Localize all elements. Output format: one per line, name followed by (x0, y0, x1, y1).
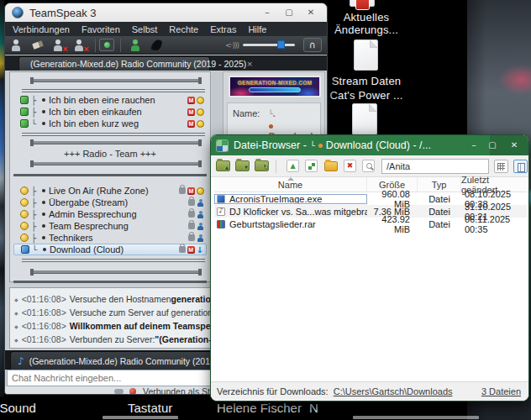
file-name-cell[interactable]: AcronisTrueImage.exe (214, 194, 367, 204)
close-button[interactable] (300, 5, 322, 20)
icon-view-button[interactable] (494, 160, 508, 173)
lock-badge-icon (188, 223, 195, 229)
channel-tree[interactable]: Ich bin eben eine rauchen Ich bin eben e… (9, 71, 211, 282)
clipped-desktop-label (353, 416, 479, 419)
server-banner-image[interactable]: GENERATION-MIXED.COM (229, 76, 321, 97)
lock-badge-icon (188, 234, 195, 241)
desktop-icon-label[interactable]: N (309, 401, 318, 415)
column-header-modified[interactable]: Zuletzt geändert (461, 177, 527, 192)
desktop-icon-label[interactable]: xSound (0, 401, 36, 415)
tree-branch-icon (31, 234, 40, 243)
minimize-button[interactable] (256, 5, 278, 20)
volume-slider-handle[interactable] (277, 40, 285, 49)
whisper-icon[interactable] (150, 39, 166, 52)
desktop-icon-label[interactable]: Tastatur (128, 401, 172, 415)
file-name-cell[interactable]: Geburtstagslieder.rar (214, 219, 367, 229)
desktop-icon-document[interactable] (352, 103, 377, 135)
channel-row[interactable]: Live On Air (Ruhe Zone) (13, 185, 207, 197)
log-timestamp: <01:16:08> (22, 321, 66, 331)
file-name-cell[interactable]: DJ Kloficker vs. Sa...was mitgebracht.mp… (214, 207, 367, 217)
menu-favoriten[interactable]: Favoriten (81, 24, 120, 34)
desktop-icon-document[interactable] (354, 39, 378, 71)
teamspeak-logo-icon (12, 7, 24, 18)
go-up-button[interactable] (287, 160, 299, 172)
desktop-icon-pdf[interactable] (350, 0, 375, 7)
channel-row-selected[interactable]: Download (Cloud) (13, 244, 207, 255)
desktop-icon-label[interactable]: Änderungs... (320, 24, 413, 36)
search-button[interactable] (362, 160, 375, 172)
desktop-icon-label[interactable]: Stream Daten (320, 75, 413, 87)
menu-rechte[interactable]: Rechte (169, 24, 198, 34)
lock-badge-icon (179, 246, 186, 253)
contacts-icon[interactable] (129, 39, 145, 52)
channel-row[interactable]: Admin Bessprechung (13, 208, 207, 220)
download-file-button[interactable]: ▼ (235, 160, 250, 171)
channel-row[interactable]: Übergabe (Stream) (13, 197, 207, 208)
channel-row[interactable]: Ich bin eben einkaufen (13, 106, 207, 118)
file-browser-titlebar[interactable]: Datei-Browser - Download (Cloud) - /... (211, 135, 528, 155)
file-type-cell: Datei (418, 194, 461, 204)
column-header-name[interactable]: Name (214, 177, 367, 192)
eraser-icon[interactable] (30, 39, 47, 52)
desktop-icon-label[interactable]: Helene Fischer (217, 401, 302, 415)
channel-row[interactable]: Technikers (13, 232, 207, 244)
menu-extras[interactable]: Extras (210, 24, 236, 34)
tree-branch-icon (31, 186, 40, 196)
download-dir-link[interactable]: C:\Users\Gartsch\Downloads (334, 386, 453, 396)
column-header-type[interactable]: Typ (418, 177, 461, 192)
toolbar: × × <·))) (5, 36, 327, 55)
desktop: Aktuelles Änderungs... Stream Daten Cat'… (0, 0, 531, 420)
server-tab-label: (Generation-Mixed.de) Radio Community (2… (30, 59, 246, 69)
refresh-folder-button[interactable]: ↻ (255, 160, 269, 171)
tree-branch-icon (31, 222, 40, 231)
maximize-button[interactable] (483, 138, 502, 153)
channel-row[interactable]: Team Besprechung (13, 220, 207, 232)
channel-status-icon (20, 119, 29, 128)
column-header-size[interactable]: Größe (367, 177, 418, 192)
rar-file-icon (217, 220, 225, 228)
channel-row[interactable]: Ich bin eben kurz weg (13, 118, 207, 129)
channel-dot-icon (42, 110, 45, 113)
clipped-desktop-label (103, 416, 178, 419)
file-row[interactable]: Geburtstagslieder.rar 423.92 MiB Datei 0… (214, 218, 527, 230)
upload-file-button[interactable]: ▲ (216, 160, 230, 171)
desktop-icon-label[interactable]: Aktuelles (320, 11, 413, 24)
menu-selbst[interactable]: Selbst (132, 24, 158, 34)
mute-speaker-icon[interactable]: × (72, 39, 89, 52)
maximize-button[interactable] (278, 5, 300, 20)
lock-badge-icon (188, 199, 195, 206)
away-toggle-icon[interactable] (9, 39, 26, 52)
server-tab[interactable]: (Generation-Mixed.de) Radio Community (2… (18, 56, 210, 71)
title-app-part: Datei-Browser - (234, 139, 307, 151)
user-badge-icon (197, 234, 204, 242)
delete-button[interactable] (344, 160, 356, 172)
channel-spacer (30, 160, 202, 167)
close-button[interactable] (502, 138, 527, 153)
document-file-icon (352, 103, 377, 135)
menu-verbindungen[interactable]: Verbindungen (13, 24, 70, 34)
file-count-link[interactable]: 3 Dateien (481, 386, 521, 396)
menu-hilfe[interactable]: Hilfe (248, 24, 266, 34)
volume-slider[interactable] (243, 44, 295, 46)
speaker-waves-icon: <·))) (225, 41, 239, 50)
channel-dot-icon (42, 236, 45, 239)
avatar-button[interactable] (99, 39, 114, 51)
path-input[interactable] (381, 159, 489, 174)
user-badge-icon (197, 199, 204, 207)
server-banner-title: GENERATION-MIXED.COM (230, 80, 319, 86)
channel-banner-label[interactable]: +++ Radio - Team +++ (10, 149, 210, 159)
teamspeak-titlebar[interactable]: TeamSpeak 3 (5, 3, 327, 22)
refresh-button[interactable] (305, 160, 318, 172)
minimize-button[interactable] (465, 138, 483, 153)
channel-label: Download (Cloud) (50, 244, 124, 255)
desktop-icon-label[interactable]: Cat's Power ... (320, 89, 413, 102)
new-folder-button[interactable] (324, 161, 338, 171)
channel-label: Admin Bessprechung (49, 209, 137, 219)
headphones-button[interactable] (303, 38, 322, 52)
list-view-button[interactable] (513, 160, 528, 173)
file-type-cell: Datei (418, 207, 461, 217)
channel-dot-icon (42, 122, 45, 125)
mute-microphone-icon[interactable]: × (51, 39, 68, 52)
channel-row[interactable]: Ich bin eben eine rauchen (13, 94, 207, 106)
tab-close-icon[interactable] (246, 60, 253, 68)
